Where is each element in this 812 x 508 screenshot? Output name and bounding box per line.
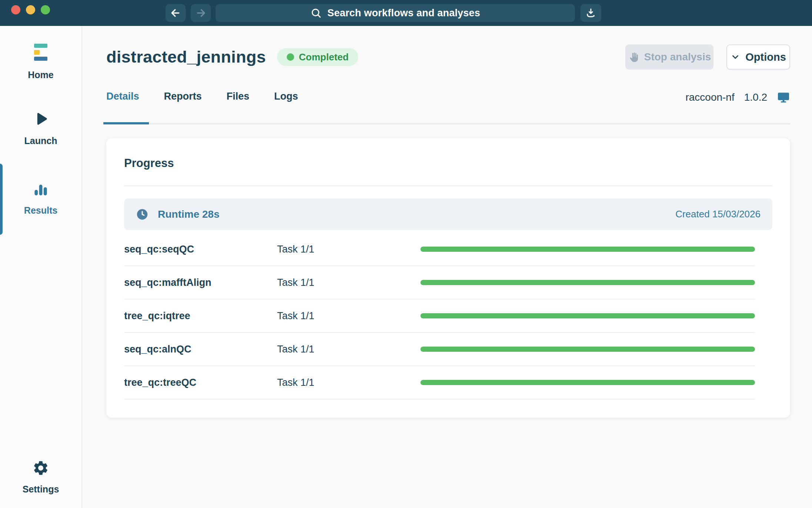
status-badge: Completed xyxy=(277,48,358,66)
clock-icon xyxy=(136,208,149,221)
page-title: distracted_jennings xyxy=(106,47,266,67)
app-logo xyxy=(34,44,47,61)
workflow-name: raccoon-nf xyxy=(685,91,734,103)
close-window-button[interactable] xyxy=(11,5,20,14)
task-name: seq_qc:mafftAlign xyxy=(124,277,277,288)
tab-details[interactable]: Details xyxy=(106,91,139,123)
task-progress-bar xyxy=(420,247,755,252)
sidebar-item-settings[interactable]: Settings xyxy=(0,459,81,495)
page-header: distracted_jennings Completed Stop analy… xyxy=(106,44,790,70)
bar-chart-icon xyxy=(33,181,49,197)
task-name: seq_qc:alnQC xyxy=(124,344,277,355)
stop-analysis-button[interactable]: Stop analysis xyxy=(625,44,713,70)
task-row: seq_qc:mafftAlign Task 1/1 xyxy=(124,266,755,300)
tab-logs[interactable]: Logs xyxy=(274,91,298,123)
arrow-right-icon xyxy=(195,7,206,19)
tab-bar: Details Reports Files Logs raccoon-nf 1.… xyxy=(106,91,790,124)
download-button[interactable] xyxy=(580,4,601,22)
task-count: Task 1/1 xyxy=(277,310,420,322)
runtime-label: Runtime 28s xyxy=(158,208,220,220)
sidebar-item-results[interactable]: Results xyxy=(0,181,81,216)
play-icon xyxy=(32,110,49,127)
task-name: seq_qc:seqQC xyxy=(124,244,277,255)
task-progress-bar xyxy=(420,380,755,385)
status-badge-label: Completed xyxy=(299,51,349,63)
sidebar: Home Launch Results Settings xyxy=(0,26,82,508)
sidebar-item-launch[interactable]: Launch xyxy=(0,110,81,146)
window-controls xyxy=(11,5,50,14)
chevron-down-icon xyxy=(731,52,740,62)
task-row: tree_qc:treeQC Task 1/1 xyxy=(124,366,755,400)
task-count: Task 1/1 xyxy=(277,277,420,288)
main-content: distracted_jennings Completed Stop analy… xyxy=(83,26,812,508)
search-icon xyxy=(310,7,322,19)
tab-files[interactable]: Files xyxy=(227,91,250,123)
search-input[interactable]: Search workflows and analyses xyxy=(216,4,575,22)
monitor-icon[interactable] xyxy=(777,91,790,104)
arrow-left-icon xyxy=(170,7,181,19)
sidebar-item-home[interactable]: Home xyxy=(0,44,81,80)
task-progress-bar xyxy=(420,347,755,352)
task-name: tree_qc:treeQC xyxy=(124,377,277,388)
sidebar-item-label: Home xyxy=(28,70,53,80)
minimize-window-button[interactable] xyxy=(26,5,35,14)
options-button[interactable]: Options xyxy=(726,44,790,70)
hand-stop-icon xyxy=(628,51,639,63)
stop-analysis-label: Stop analysis xyxy=(644,51,711,63)
task-row: seq_qc:seqQC Task 1/1 xyxy=(124,233,755,266)
active-indicator xyxy=(0,164,3,235)
task-count: Task 1/1 xyxy=(277,244,420,255)
progress-heading: Progress xyxy=(124,138,772,170)
sidebar-item-label: Settings xyxy=(23,484,59,495)
gear-icon xyxy=(32,459,49,477)
back-button[interactable] xyxy=(166,4,186,22)
task-count: Task 1/1 xyxy=(277,377,420,388)
task-name: tree_qc:iqtree xyxy=(124,310,277,322)
workflow-version-number: 1.0.2 xyxy=(744,91,767,103)
task-progress-bar xyxy=(420,280,755,285)
progress-card: Progress Runtime 28s Created 15/03/2026 … xyxy=(106,138,790,418)
titlebar: Search workflows and analyses xyxy=(0,0,812,26)
sidebar-item-label: Results xyxy=(24,205,57,216)
forward-button[interactable] xyxy=(191,4,211,22)
created-date-label: Created 15/03/2026 xyxy=(675,208,761,220)
runtime-summary-row: Runtime 28s Created 15/03/2026 xyxy=(124,198,772,230)
tab-reports[interactable]: Reports xyxy=(164,91,202,123)
workflow-version: raccoon-nf 1.0.2 xyxy=(685,91,790,104)
task-count: Task 1/1 xyxy=(277,344,420,355)
task-row: tree_qc:iqtree Task 1/1 xyxy=(124,300,755,333)
task-list: seq_qc:seqQC Task 1/1 seq_qc:mafftAlign … xyxy=(124,233,755,400)
download-icon xyxy=(585,7,596,19)
options-label: Options xyxy=(745,51,786,63)
search-placeholder: Search workflows and analyses xyxy=(327,7,480,19)
task-row: seq_qc:alnQC Task 1/1 xyxy=(124,333,755,366)
divider xyxy=(124,186,772,186)
task-progress-bar xyxy=(420,313,755,318)
sidebar-item-label: Launch xyxy=(24,136,57,146)
maximize-window-button[interactable] xyxy=(41,5,50,14)
status-dot-icon xyxy=(287,53,294,61)
